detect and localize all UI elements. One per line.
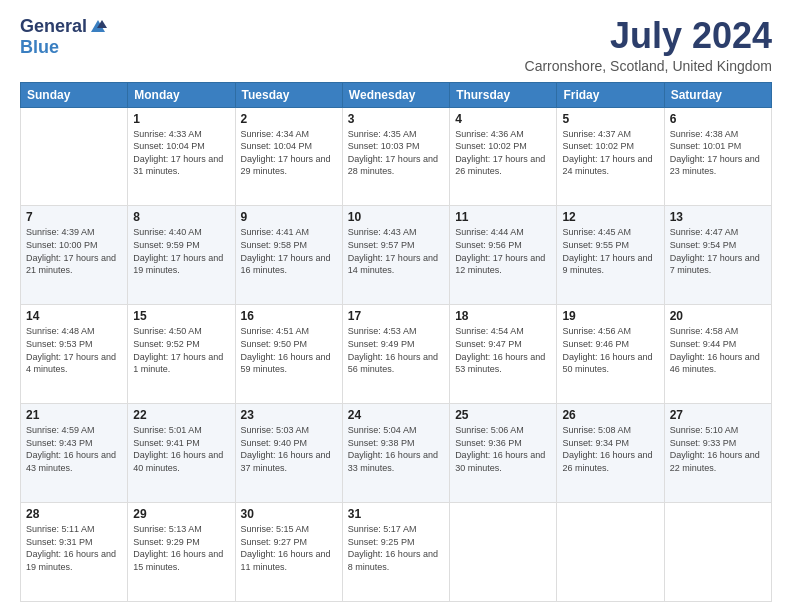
calendar-week-1: 1Sunrise: 4:33 AM Sunset: 10:04 PM Dayli…	[21, 107, 772, 206]
day-number: 10	[348, 210, 444, 224]
logo: General Blue	[20, 16, 107, 58]
day-number: 30	[241, 507, 337, 521]
day-number: 18	[455, 309, 551, 323]
title-block: July 2024 Carronshore, Scotland, United …	[525, 16, 772, 74]
logo-blue: Blue	[20, 37, 59, 58]
day-number: 1	[133, 112, 229, 126]
calendar-cell: 26Sunrise: 5:08 AM Sunset: 9:34 PM Dayli…	[557, 404, 664, 503]
calendar-cell	[557, 503, 664, 602]
header: General Blue July 2024 Carronshore, Scot…	[20, 16, 772, 74]
day-info: Sunrise: 4:44 AM Sunset: 9:56 PM Dayligh…	[455, 226, 551, 276]
day-number: 21	[26, 408, 122, 422]
calendar-header-row: Sunday Monday Tuesday Wednesday Thursday…	[21, 82, 772, 107]
calendar-cell: 2Sunrise: 4:34 AM Sunset: 10:04 PM Dayli…	[235, 107, 342, 206]
day-info: Sunrise: 5:15 AM Sunset: 9:27 PM Dayligh…	[241, 523, 337, 573]
day-info: Sunrise: 4:47 AM Sunset: 9:54 PM Dayligh…	[670, 226, 766, 276]
calendar-cell: 7Sunrise: 4:39 AM Sunset: 10:00 PM Dayli…	[21, 206, 128, 305]
day-info: Sunrise: 5:13 AM Sunset: 9:29 PM Dayligh…	[133, 523, 229, 573]
calendar-cell: 4Sunrise: 4:36 AM Sunset: 10:02 PM Dayli…	[450, 107, 557, 206]
calendar-cell: 1Sunrise: 4:33 AM Sunset: 10:04 PM Dayli…	[128, 107, 235, 206]
calendar-cell: 29Sunrise: 5:13 AM Sunset: 9:29 PM Dayli…	[128, 503, 235, 602]
day-info: Sunrise: 4:59 AM Sunset: 9:43 PM Dayligh…	[26, 424, 122, 474]
day-info: Sunrise: 5:01 AM Sunset: 9:41 PM Dayligh…	[133, 424, 229, 474]
day-number: 27	[670, 408, 766, 422]
day-number: 22	[133, 408, 229, 422]
col-sunday: Sunday	[21, 82, 128, 107]
day-info: Sunrise: 5:08 AM Sunset: 9:34 PM Dayligh…	[562, 424, 658, 474]
calendar-table: Sunday Monday Tuesday Wednesday Thursday…	[20, 82, 772, 602]
calendar-week-2: 7Sunrise: 4:39 AM Sunset: 10:00 PM Dayli…	[21, 206, 772, 305]
day-info: Sunrise: 4:39 AM Sunset: 10:00 PM Daylig…	[26, 226, 122, 276]
day-info: Sunrise: 5:03 AM Sunset: 9:40 PM Dayligh…	[241, 424, 337, 474]
calendar-week-3: 14Sunrise: 4:48 AM Sunset: 9:53 PM Dayli…	[21, 305, 772, 404]
calendar-cell	[450, 503, 557, 602]
day-number: 23	[241, 408, 337, 422]
calendar-cell: 8Sunrise: 4:40 AM Sunset: 9:59 PM Daylig…	[128, 206, 235, 305]
calendar-cell: 14Sunrise: 4:48 AM Sunset: 9:53 PM Dayli…	[21, 305, 128, 404]
day-number: 26	[562, 408, 658, 422]
col-tuesday: Tuesday	[235, 82, 342, 107]
day-info: Sunrise: 4:38 AM Sunset: 10:01 PM Daylig…	[670, 128, 766, 178]
calendar-cell: 19Sunrise: 4:56 AM Sunset: 9:46 PM Dayli…	[557, 305, 664, 404]
day-info: Sunrise: 4:34 AM Sunset: 10:04 PM Daylig…	[241, 128, 337, 178]
day-info: Sunrise: 4:45 AM Sunset: 9:55 PM Dayligh…	[562, 226, 658, 276]
day-number: 31	[348, 507, 444, 521]
calendar-cell: 5Sunrise: 4:37 AM Sunset: 10:02 PM Dayli…	[557, 107, 664, 206]
calendar-cell: 9Sunrise: 4:41 AM Sunset: 9:58 PM Daylig…	[235, 206, 342, 305]
day-number: 14	[26, 309, 122, 323]
day-number: 6	[670, 112, 766, 126]
day-info: Sunrise: 4:58 AM Sunset: 9:44 PM Dayligh…	[670, 325, 766, 375]
calendar-cell: 10Sunrise: 4:43 AM Sunset: 9:57 PM Dayli…	[342, 206, 449, 305]
day-info: Sunrise: 4:35 AM Sunset: 10:03 PM Daylig…	[348, 128, 444, 178]
day-number: 24	[348, 408, 444, 422]
day-info: Sunrise: 4:48 AM Sunset: 9:53 PM Dayligh…	[26, 325, 122, 375]
day-number: 29	[133, 507, 229, 521]
calendar-cell: 27Sunrise: 5:10 AM Sunset: 9:33 PM Dayli…	[664, 404, 771, 503]
day-number: 17	[348, 309, 444, 323]
day-info: Sunrise: 4:50 AM Sunset: 9:52 PM Dayligh…	[133, 325, 229, 375]
day-info: Sunrise: 4:53 AM Sunset: 9:49 PM Dayligh…	[348, 325, 444, 375]
calendar-cell: 20Sunrise: 4:58 AM Sunset: 9:44 PM Dayli…	[664, 305, 771, 404]
calendar-cell: 24Sunrise: 5:04 AM Sunset: 9:38 PM Dayli…	[342, 404, 449, 503]
location: Carronshore, Scotland, United Kingdom	[525, 58, 772, 74]
day-info: Sunrise: 5:17 AM Sunset: 9:25 PM Dayligh…	[348, 523, 444, 573]
calendar-cell: 28Sunrise: 5:11 AM Sunset: 9:31 PM Dayli…	[21, 503, 128, 602]
calendar-cell: 23Sunrise: 5:03 AM Sunset: 9:40 PM Dayli…	[235, 404, 342, 503]
day-info: Sunrise: 5:11 AM Sunset: 9:31 PM Dayligh…	[26, 523, 122, 573]
page: General Blue July 2024 Carronshore, Scot…	[0, 0, 792, 612]
day-number: 19	[562, 309, 658, 323]
calendar-cell: 30Sunrise: 5:15 AM Sunset: 9:27 PM Dayli…	[235, 503, 342, 602]
day-info: Sunrise: 4:43 AM Sunset: 9:57 PM Dayligh…	[348, 226, 444, 276]
calendar-cell: 17Sunrise: 4:53 AM Sunset: 9:49 PM Dayli…	[342, 305, 449, 404]
day-number: 9	[241, 210, 337, 224]
day-info: Sunrise: 4:54 AM Sunset: 9:47 PM Dayligh…	[455, 325, 551, 375]
day-info: Sunrise: 4:56 AM Sunset: 9:46 PM Dayligh…	[562, 325, 658, 375]
col-friday: Friday	[557, 82, 664, 107]
calendar-cell: 22Sunrise: 5:01 AM Sunset: 9:41 PM Dayli…	[128, 404, 235, 503]
calendar-cell: 21Sunrise: 4:59 AM Sunset: 9:43 PM Dayli…	[21, 404, 128, 503]
day-number: 16	[241, 309, 337, 323]
day-number: 13	[670, 210, 766, 224]
calendar-cell: 16Sunrise: 4:51 AM Sunset: 9:50 PM Dayli…	[235, 305, 342, 404]
month-title: July 2024	[525, 16, 772, 56]
day-info: Sunrise: 4:37 AM Sunset: 10:02 PM Daylig…	[562, 128, 658, 178]
day-info: Sunrise: 5:10 AM Sunset: 9:33 PM Dayligh…	[670, 424, 766, 474]
day-number: 11	[455, 210, 551, 224]
day-number: 25	[455, 408, 551, 422]
col-wednesday: Wednesday	[342, 82, 449, 107]
col-thursday: Thursday	[450, 82, 557, 107]
logo-icon	[89, 18, 107, 36]
day-info: Sunrise: 5:04 AM Sunset: 9:38 PM Dayligh…	[348, 424, 444, 474]
col-monday: Monday	[128, 82, 235, 107]
day-number: 4	[455, 112, 551, 126]
logo-general: General	[20, 16, 87, 37]
day-number: 5	[562, 112, 658, 126]
day-number: 20	[670, 309, 766, 323]
calendar-cell: 25Sunrise: 5:06 AM Sunset: 9:36 PM Dayli…	[450, 404, 557, 503]
day-number: 8	[133, 210, 229, 224]
day-number: 28	[26, 507, 122, 521]
calendar-cell: 12Sunrise: 4:45 AM Sunset: 9:55 PM Dayli…	[557, 206, 664, 305]
calendar-cell	[664, 503, 771, 602]
calendar-cell: 31Sunrise: 5:17 AM Sunset: 9:25 PM Dayli…	[342, 503, 449, 602]
day-info: Sunrise: 4:40 AM Sunset: 9:59 PM Dayligh…	[133, 226, 229, 276]
